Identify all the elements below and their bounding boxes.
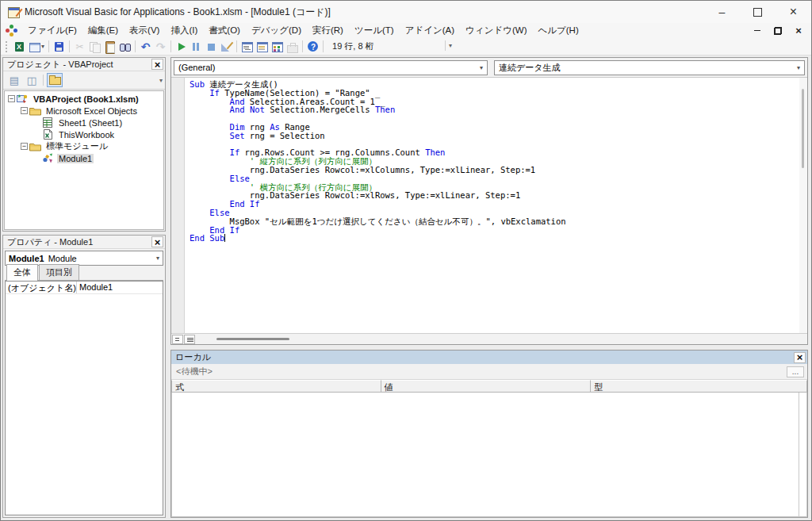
menu-insert[interactable]: 挿入(I) — [165, 23, 203, 38]
property-name: (オブジェクト名) — [6, 282, 77, 293]
main-area: プロジェクト - VBAProject × ▤ ◫ ▾ −VBAProject … — [1, 56, 811, 520]
object-dropdown[interactable]: (General) ▾ — [174, 60, 488, 75]
run-icon[interactable] — [174, 40, 188, 53]
menu-debug[interactable]: デバッグ(D) — [246, 23, 307, 38]
tree-item-label: Microsoft Excel Objects — [44, 106, 139, 116]
window-controls: – × — [704, 1, 811, 23]
locals-column-headers: 式 値 型 — [171, 380, 807, 393]
tree-item-module1[interactable]: Module1 — [5, 152, 163, 164]
code-margin-bar[interactable] — [171, 78, 185, 333]
menu-view[interactable]: 表示(V) — [124, 23, 165, 38]
design-mode-icon[interactable] — [220, 40, 233, 53]
menu-file[interactable]: ファイル(F) — [22, 23, 82, 38]
collapse-icon[interactable]: − — [21, 107, 28, 114]
menu-window[interactable]: ウィンドウ(W) — [460, 23, 532, 38]
locals-context-row: <待機中> ... — [171, 364, 807, 380]
property-row[interactable]: (オブジェクト名) Module1 — [6, 282, 163, 294]
column-type[interactable]: 型 — [591, 380, 807, 393]
collapse-icon[interactable]: − — [8, 95, 15, 102]
project-close-icon[interactable]: × — [151, 59, 163, 70]
menu-run[interactable]: 実行(R) — [307, 23, 349, 38]
save-icon[interactable] — [52, 40, 66, 53]
code-line[interactable]: And Not Selection.MergeCells Then — [190, 105, 799, 114]
code-line[interactable]: Set rng = Selection — [190, 132, 799, 140]
help-icon[interactable] — [306, 40, 320, 53]
column-value[interactable]: 値 — [381, 380, 592, 393]
toolbar-grip[interactable] — [6, 41, 9, 52]
full-module-view-button[interactable] — [184, 335, 195, 344]
menu-tools[interactable]: ツール(T) — [349, 23, 400, 38]
code-line[interactable]: End Sub — [190, 234, 799, 243]
code-line[interactable]: End If — [190, 226, 799, 235]
view-code-button[interactable]: ▤ — [6, 73, 22, 87]
collapse-icon[interactable]: − — [21, 143, 28, 150]
workbook-icon — [42, 129, 55, 140]
tree-item-thisworkbook[interactable]: ThisWorkbook — [5, 128, 163, 140]
property-value[interactable]: Module1 — [77, 282, 163, 293]
view-excel-icon[interactable] — [13, 40, 26, 53]
mdi-restore-icon[interactable] — [773, 26, 783, 36]
toolbar-separator — [302, 40, 303, 52]
locals-panel-title: ローカル — [175, 351, 211, 363]
menu-edit[interactable]: 編集(E) — [82, 23, 124, 38]
code-line[interactable]: rng.DataSeries Rowcol:=xlColumns, Type:=… — [190, 166, 799, 174]
object-browser-icon[interactable] — [270, 40, 284, 53]
code-line[interactable]: MsgBox "セル範囲を1つだけ選択してください（結合セル不可）。", vbE… — [190, 217, 799, 226]
scrollbar-thumb[interactable] — [802, 89, 804, 168]
properties-window-icon[interactable] — [255, 40, 269, 53]
code-vertical-scrollbar[interactable] — [799, 78, 807, 333]
dropdown-caret-icon[interactable]: ▾ — [41, 43, 44, 50]
code-lines[interactable]: Sub 連続データ生成() If TypeName(Selection) = "… — [185, 78, 799, 333]
toolbar-overflow-icon[interactable]: ▾ — [445, 40, 455, 51]
locals-context-text: <待機中> — [176, 366, 213, 377]
toolbar-separator — [69, 40, 70, 52]
locals-close-icon[interactable]: × — [794, 352, 806, 363]
tree-item-std-modules[interactable]: −標準モジュール — [5, 140, 163, 152]
stop-icon[interactable] — [205, 40, 218, 53]
pause-icon[interactable] — [190, 40, 203, 53]
vba-logo-icon — [6, 25, 17, 36]
paste-icon[interactable] — [103, 40, 117, 53]
menu-addins[interactable]: アドイン(A) — [400, 23, 460, 38]
view-object-button[interactable]: ◫ — [24, 73, 40, 87]
properties-close-icon[interactable]: × — [151, 236, 163, 247]
procedure-view-button[interactable] — [172, 335, 183, 344]
project-toolbar-separator — [43, 75, 44, 86]
undo-icon[interactable]: ↶ — [139, 40, 152, 53]
toggle-folders-button[interactable] — [47, 73, 63, 87]
tab-alphabetic[interactable]: 全体 — [6, 264, 38, 281]
worksheet-icon — [42, 117, 55, 128]
call-stack-button[interactable]: ... — [787, 366, 804, 377]
column-expression[interactable]: 式 — [171, 380, 381, 393]
code-editor[interactable]: Sub 連続データ生成() If TypeName(Selection) = "… — [171, 77, 807, 333]
insert-userform-icon[interactable] — [28, 40, 41, 53]
maximize-icon[interactable] — [740, 1, 776, 23]
menu-format[interactable]: 書式(O) — [203, 23, 246, 38]
right-column: (General) ▾ 連続データ生成 ▾ Sub 連続データ生成() If T… — [170, 57, 808, 518]
cursor-position-status: 19 行, 8 桁 — [332, 40, 374, 52]
find-icon[interactable] — [118, 40, 132, 53]
procedure-dropdown[interactable]: 連続データ生成 ▾ — [494, 60, 805, 75]
tree-item-vbaproject[interactable]: −VBAProject (Book1.xlsm) — [5, 93, 163, 105]
project-explorer-icon[interactable] — [240, 40, 254, 53]
vba-main-window: Microsoft Visual Basic for Applications … — [0, 0, 812, 521]
scrollbar-thumb[interactable] — [216, 338, 289, 340]
code-line[interactable]: rng.DataSeries Rowcol:=xlRows, Type:=xlL… — [190, 191, 799, 200]
close-icon[interactable]: × — [776, 1, 811, 23]
project-toolbar-overflow-icon[interactable]: ▾ — [159, 77, 163, 84]
chevron-down-icon: ▾ — [156, 255, 159, 262]
minimize-icon[interactable]: – — [704, 1, 740, 23]
code-horizontal-scrollbar[interactable] — [196, 334, 807, 344]
folder-icon — [29, 105, 42, 116]
code-combo-row: (General) ▾ 連続データ生成 ▾ — [171, 58, 807, 77]
tree-item-excel-objects[interactable]: −Microsoft Excel Objects — [5, 105, 163, 117]
cut-icon: ✂ — [73, 40, 86, 53]
mdi-minimize-icon[interactable] — [753, 26, 762, 36]
code-line[interactable]: End If — [190, 200, 799, 209]
mdi-close-icon[interactable]: × — [794, 26, 803, 36]
toolbar-separator — [48, 40, 49, 52]
tab-categorized[interactable]: 項目別 — [39, 264, 79, 280]
tree-item-sheet1[interactable]: Sheet1 (Sheet1) — [5, 117, 163, 128]
menu-help[interactable]: ヘルプ(H) — [532, 23, 584, 38]
properties-panel-header: プロパティ - Module1 × — [3, 236, 165, 249]
